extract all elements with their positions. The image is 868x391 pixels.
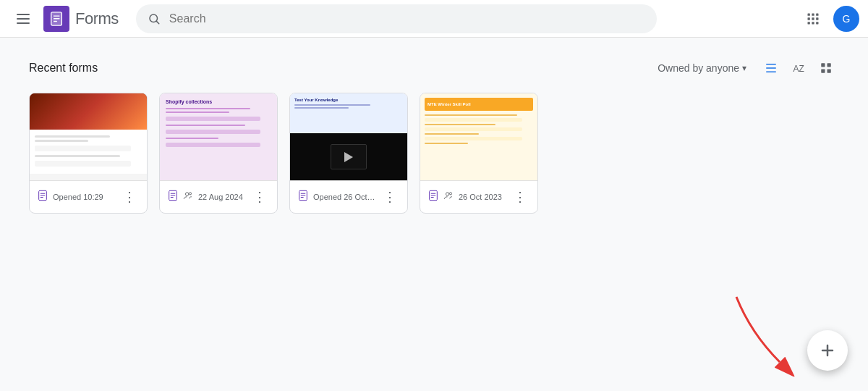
svg-rect-18 — [816, 17, 818, 20]
form-meta: Opened 26 Oct 2023 — [313, 193, 375, 201]
form-card[interactable]: Test Your Knowledge — [289, 93, 408, 214]
shared-icon — [443, 190, 454, 203]
svg-rect-6 — [53, 18, 59, 19]
svg-rect-35 — [171, 193, 176, 194]
apps-icon[interactable] — [799, 4, 827, 33]
menu-icon[interactable] — [9, 4, 38, 33]
app-logo[interactable]: Forms — [43, 6, 119, 32]
svg-point-48 — [446, 193, 448, 196]
list-view-button[interactable] — [758, 55, 784, 81]
form-preview — [30, 93, 147, 180]
form-info: 26 Oct 2023 — [459, 193, 506, 201]
form-preview: Shopify collections — [160, 93, 277, 180]
grid-view-button[interactable] — [813, 55, 839, 81]
owner-filter-label: Owned by anyone — [658, 62, 739, 74]
svg-point-38 — [185, 193, 188, 196]
search-input[interactable] — [169, 12, 645, 25]
svg-rect-21 — [816, 22, 818, 24]
sort-button[interactable]: AZ — [786, 55, 812, 81]
form-more-button[interactable]: ⋮ — [119, 187, 140, 207]
form-card-footer: Opened 26 Oct 2023 ⋮ — [290, 180, 407, 213]
svg-rect-15 — [816, 13, 818, 15]
svg-text:AZ: AZ — [793, 64, 804, 74]
svg-rect-33 — [41, 197, 43, 198]
form-icon — [297, 190, 309, 204]
svg-rect-26 — [821, 63, 825, 67]
logo-icon — [43, 6, 69, 32]
svg-point-8 — [52, 15, 54, 17]
svg-rect-5 — [53, 15, 59, 16]
svg-rect-45 — [431, 193, 436, 194]
form-info: Opened 10:29 — [53, 193, 115, 201]
svg-rect-43 — [301, 197, 304, 198]
form-more-button[interactable]: ⋮ — [380, 187, 400, 207]
topbar: Forms — [0, 0, 868, 38]
form-card[interactable]: Opened 10:29 ⋮ — [29, 93, 148, 214]
svg-point-10 — [52, 20, 54, 22]
form-info: 22 Aug 2024 — [198, 193, 245, 201]
svg-rect-24 — [766, 72, 776, 73]
form-card-footer: 22 Aug 2024 ⋮ — [160, 180, 277, 213]
svg-rect-42 — [301, 195, 306, 196]
svg-rect-32 — [41, 195, 46, 196]
svg-rect-37 — [171, 197, 174, 198]
form-meta: 26 Oct 2023 — [459, 193, 506, 201]
svg-rect-47 — [431, 197, 434, 198]
section-controls: Owned by anyone ▾ AZ — [652, 55, 839, 81]
svg-rect-23 — [766, 67, 776, 69]
form-card-footer: Opened 10:29 ⋮ — [30, 180, 147, 213]
svg-rect-7 — [53, 20, 57, 21]
create-form-fab[interactable] — [807, 330, 848, 371]
svg-rect-0 — [17, 14, 30, 15]
svg-rect-19 — [808, 22, 810, 24]
avatar[interactable]: G — [833, 6, 859, 32]
form-preview: Test Your Knowledge — [290, 93, 407, 180]
svg-rect-41 — [301, 193, 306, 194]
svg-rect-13 — [808, 13, 810, 15]
svg-rect-36 — [171, 195, 176, 196]
form-meta: 22 Aug 2024 — [198, 193, 245, 201]
svg-rect-14 — [812, 13, 814, 15]
app-title: Forms — [75, 9, 119, 28]
svg-rect-1 — [17, 18, 30, 20]
topbar-right: G — [799, 4, 859, 33]
form-more-button[interactable]: ⋮ — [510, 187, 530, 207]
svg-point-39 — [189, 193, 191, 195]
search-icon — [148, 12, 161, 25]
svg-point-9 — [52, 17, 54, 19]
section-header: Recent forms Owned by anyone ▾ AZ — [29, 55, 839, 81]
form-preview: MTE Winter Skill Poll — [420, 93, 537, 180]
form-card-footer: 26 Oct 2023 ⋮ — [420, 180, 537, 213]
search-container — [136, 4, 657, 33]
svg-rect-22 — [766, 64, 776, 65]
form-icon — [167, 190, 179, 204]
form-info: Opened 26 Oct 2023 — [313, 193, 375, 201]
svg-rect-20 — [812, 22, 814, 24]
svg-rect-28 — [821, 70, 825, 73]
svg-rect-17 — [812, 17, 814, 20]
svg-rect-27 — [827, 63, 831, 67]
chevron-down-icon: ▾ — [742, 63, 746, 73]
svg-line-12 — [156, 21, 158, 23]
forms-grid: Opened 10:29 ⋮ Shopify collections — [29, 93, 839, 214]
form-icon — [427, 190, 439, 204]
search-box[interactable] — [136, 4, 657, 33]
main-content: Recent forms Owned by anyone ▾ AZ — [0, 38, 868, 391]
form-meta: Opened 10:29 — [53, 193, 115, 201]
svg-rect-31 — [41, 193, 46, 194]
svg-rect-29 — [827, 70, 831, 73]
form-card[interactable]: Shopify collections — [159, 93, 278, 214]
svg-rect-46 — [431, 195, 436, 196]
shared-icon — [183, 190, 194, 203]
view-toggle: AZ — [758, 55, 839, 81]
form-more-button[interactable]: ⋮ — [250, 187, 270, 207]
svg-point-49 — [449, 193, 451, 195]
section-title: Recent forms — [29, 62, 98, 75]
owner-filter[interactable]: Owned by anyone ▾ — [652, 59, 752, 77]
svg-rect-2 — [17, 22, 30, 24]
svg-rect-16 — [808, 17, 810, 20]
form-icon — [37, 190, 48, 204]
form-card[interactable]: MTE Winter Skill Poll — [420, 93, 538, 214]
